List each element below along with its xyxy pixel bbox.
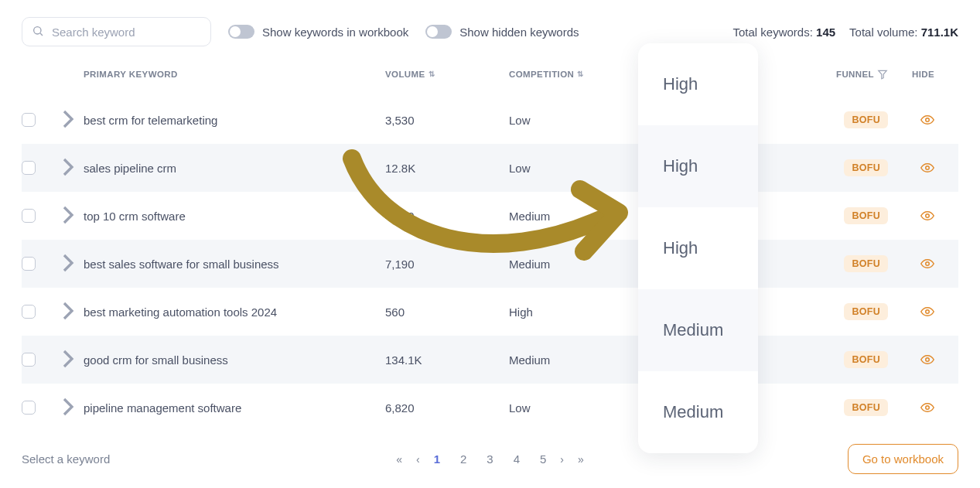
pager-page[interactable]: 2 [460, 452, 466, 466]
funnel-badge: BOFU [844, 351, 888, 368]
topbar: Show keywords in workbook Show hidden ke… [0, 0, 980, 53]
popover-item[interactable]: Medium [638, 289, 758, 371]
volume-cell: 12.8K [385, 162, 509, 175]
funnel-badge: BOFU [844, 255, 888, 272]
table-header: PRIMARY KEYWORD VOLUME ⇅ COMPETITION ⇅ F… [22, 53, 958, 96]
table-row: best marketing automation tools 2024 560… [22, 288, 958, 336]
pagination: « ‹ 12345 › » [396, 452, 584, 466]
chevron-right-icon[interactable] [53, 220, 84, 233]
svg-point-7 [926, 310, 930, 314]
svg-line-1 [40, 33, 43, 36]
toggle-label: Show hidden keywords [459, 26, 579, 39]
eye-icon[interactable] [920, 113, 934, 127]
keyword-cell: top 10 crm software [84, 210, 385, 223]
keyword-cell: best crm for telemarketing [84, 114, 385, 127]
svg-point-9 [926, 406, 930, 410]
chevron-right-icon[interactable] [53, 268, 84, 281]
search-input-wrap [22, 17, 211, 46]
stats: Total keywords: 145 Total volume: 711.1K [733, 26, 959, 39]
sort-icon: ⇅ [429, 70, 435, 78]
chevron-right-icon[interactable] [53, 363, 84, 377]
svg-point-4 [926, 166, 930, 170]
popover-item[interactable]: High [638, 125, 758, 207]
total-keywords: Total keywords: 145 [733, 26, 836, 39]
funnel-badge: BOFU [844, 111, 888, 128]
funnel-badge: BOFU [844, 207, 888, 224]
eye-icon[interactable] [920, 209, 934, 223]
select-hint: Select a keyword [22, 452, 110, 466]
funnel-badge: BOFU [844, 399, 888, 416]
competition-popover: HighHighHighMediumMedium [638, 43, 758, 453]
svg-point-8 [926, 358, 930, 362]
col-volume[interactable]: VOLUME ⇅ [385, 70, 509, 79]
row-checkbox[interactable] [22, 305, 36, 319]
row-checkbox[interactable] [22, 257, 36, 271]
row-checkbox[interactable] [22, 353, 36, 367]
volume-cell: 7,190 [385, 258, 509, 271]
total-keywords-value: 145 [816, 26, 835, 39]
keyword-cell: best marketing automation tools 2024 [84, 305, 385, 319]
toggle-show-hidden[interactable]: Show hidden keywords [425, 25, 579, 39]
toggle-switch-icon [228, 25, 254, 39]
pager-prev[interactable]: ‹ [416, 453, 420, 466]
funnel-badge: BOFU [844, 303, 888, 320]
chevron-right-icon[interactable] [53, 316, 84, 329]
pager-page[interactable]: 5 [540, 452, 546, 466]
volume-cell: 3,530 [385, 114, 509, 127]
pager-page[interactable]: 3 [487, 452, 493, 466]
search-input[interactable] [50, 25, 201, 39]
eye-icon[interactable] [920, 161, 934, 175]
keyword-cell: good crm for small business [84, 353, 385, 367]
keyword-cell: best sales software for small business [84, 258, 385, 271]
col-funnel[interactable]: FUNNEL [780, 69, 888, 80]
pager-first[interactable]: « [396, 453, 402, 466]
row-checkbox[interactable] [22, 209, 36, 223]
svg-point-3 [926, 118, 930, 122]
eye-icon[interactable] [920, 257, 934, 271]
table-row: sales pipeline crm 12.8K Low BOFU [22, 144, 958, 192]
popover-item[interactable]: Medium [638, 371, 758, 453]
pager-next[interactable]: › [560, 453, 564, 466]
table-row: best sales software for small business 7… [22, 240, 958, 288]
popover-item[interactable]: High [638, 207, 758, 289]
volume-cell: 6,820 [385, 401, 509, 415]
col-primary-keyword[interactable]: PRIMARY KEYWORD [84, 70, 385, 79]
svg-marker-2 [879, 70, 887, 79]
total-volume-label: Total volume: [849, 26, 917, 39]
table-row: best crm for telemarketing 3,530 Low BOF… [22, 96, 958, 144]
eye-icon[interactable] [920, 401, 934, 415]
sort-icon: ⇅ [577, 70, 583, 78]
filter-icon [877, 69, 888, 80]
total-volume-value: 711.1K [921, 26, 958, 39]
total-keywords-label: Total keywords: [733, 26, 813, 39]
go-to-workbook-button[interactable]: Go to workbook [848, 444, 958, 474]
volume-cell: 560 [385, 305, 509, 319]
total-volume: Total volume: 711.1K [849, 26, 958, 39]
funnel-badge: BOFU [844, 159, 888, 176]
toggle-show-workbook[interactable]: Show keywords in workbook [228, 25, 408, 39]
chevron-right-icon[interactable] [53, 172, 84, 185]
pager-page[interactable]: 4 [514, 452, 520, 466]
svg-point-5 [926, 214, 930, 218]
table-row: top 10 crm software 4,840 Medium BOFU [22, 192, 958, 240]
chevron-right-icon[interactable] [53, 124, 84, 137]
eye-icon[interactable] [920, 353, 934, 367]
row-checkbox[interactable] [22, 161, 36, 175]
volume-cell: 4,840 [385, 210, 509, 223]
pager-last[interactable]: » [578, 453, 584, 466]
table-row: good crm for small business 134.1K Mediu… [22, 336, 958, 384]
svg-point-6 [926, 262, 930, 266]
popover-item[interactable]: High [638, 43, 758, 125]
keyword-cell: pipeline management software [84, 401, 385, 415]
row-checkbox[interactable] [22, 113, 36, 127]
col-hide: HIDE [888, 70, 934, 79]
chevron-right-icon[interactable] [53, 411, 84, 425]
toggle-label: Show keywords in workbook [262, 26, 408, 39]
volume-cell: 134.1K [385, 353, 509, 367]
svg-point-0 [34, 27, 41, 34]
row-checkbox[interactable] [22, 401, 36, 415]
pager-page[interactable]: 1 [434, 452, 440, 466]
eye-icon[interactable] [920, 305, 934, 319]
table-row: pipeline management software 6,820 Low B… [22, 384, 958, 432]
footer: Select a keyword « ‹ 12345 › » Go to wor… [22, 444, 958, 474]
